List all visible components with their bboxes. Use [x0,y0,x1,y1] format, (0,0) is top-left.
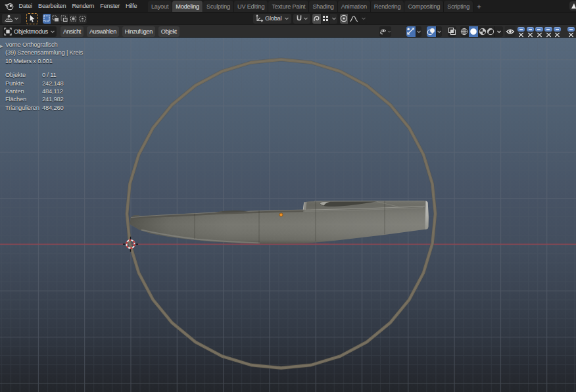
shading-solid-button[interactable] [469,26,478,37]
snap-toggle-button[interactable] [312,14,321,24]
shading-dropdown[interactable] [494,26,503,37]
show-overlays-toggle[interactable] [427,26,436,37]
statistics-overlay: Objekte0 / 11 Punkte242,148 Kanten484,11… [5,71,83,112]
gizmos-dropdown[interactable] [416,26,421,37]
mini-minimize-button[interactable] [527,27,535,32]
object-origin-point [279,213,283,216]
toolbar-expand-arrow[interactable]: ▸ [0,41,5,51]
wireframe-sphere-icon [460,28,468,36]
falloff-dropdown[interactable] [360,14,367,24]
snapping-dropdown[interactable] [293,14,310,24]
mini-minimize-button[interactable] [567,27,575,32]
gizmos-control [406,26,421,37]
menu-objekt[interactable]: Objekt [158,26,180,37]
mode-dropdown[interactable]: Objektmodus [3,26,57,37]
transform-orientation-dropdown[interactable]: Global [253,14,291,24]
x-close-icon[interactable] [527,32,533,37]
viewport-text-overlay: Vorne Orthografisch (39) Szenensammlung … [5,41,83,112]
tab-compositing[interactable]: Compositing [404,1,444,12]
chevron-down-icon [14,16,19,20]
select-subtract-icon [60,15,68,22]
mini-widget [535,26,544,38]
editor-type-selector[interactable] [2,14,21,24]
mini-minimize-button[interactable] [554,27,562,32]
proportional-editing-toggle[interactable] [340,14,348,24]
menu-ansicht[interactable]: Ansicht [60,26,84,37]
select-intersect-icon [79,15,86,22]
scale-label: 10 Meters x 0.001 [5,57,83,66]
solid-sphere-icon [469,28,477,36]
mode-value: Objektmodus [12,28,50,35]
shading-wireframe-button[interactable] [460,26,469,37]
select-invert-icon [70,15,77,22]
tab-texture-paint[interactable]: Texture Paint [268,1,309,12]
tab-animation[interactable]: Animation [338,1,371,12]
viewport-3d[interactable]: Vorne Orthografisch (39) Szenensammlung … [0,37,576,392]
shading-material-button[interactable] [478,26,487,37]
overlays-control [427,26,442,37]
show-gizmos-toggle[interactable] [406,26,416,37]
tab-scripting[interactable]: Scripting [444,1,473,12]
select-mode-intersect-button[interactable] [78,14,87,24]
falloff-type-button[interactable] [348,14,360,24]
overlays-dropdown[interactable] [436,26,442,37]
select-mode-subtract-button[interactable] [60,14,69,24]
blender-window: Datei Bearbeiten Rendern Fenster Hilfe L… [0,0,576,392]
x-close-icon[interactable] [554,32,560,37]
chevron-down-icon [416,30,421,34]
mini-widget [553,26,562,38]
shading-rendered-button[interactable] [487,26,494,37]
menu-datei[interactable]: Datei [16,2,35,10]
mini-widget [517,26,526,38]
menu-hinzufuegen[interactable]: Hinzufügen [122,26,155,37]
select-mode-extend-button[interactable] [51,14,60,24]
tab-layout[interactable]: Layout [148,1,172,12]
select-mode-invert-button[interactable] [69,14,78,24]
active-tool-select-box[interactable] [26,13,38,24]
mini-minimize-button[interactable] [544,27,552,32]
gizmo-icon [406,27,415,36]
chevron-down-icon [50,30,55,34]
x-close-icon[interactable] [518,32,524,37]
object-mode-icon [4,28,12,36]
select-set-icon [43,15,50,22]
proportional-edit-group [340,14,367,24]
snap-group [312,14,337,24]
stat-label: Flächen [5,95,42,103]
x-close-icon[interactable] [537,32,542,37]
eye-icon [506,28,515,35]
add-workspace-button[interactable]: + [473,1,484,12]
stat-value: 242,148 [42,80,64,87]
stat-value: 241,982 [42,95,64,103]
menu-rendern[interactable]: Rendern [69,2,97,10]
tab-rendering[interactable]: Rendering [371,1,405,12]
object-types-visibility-dropdown[interactable] [379,26,391,37]
tool-settings-bar: Global [0,12,576,24]
mini-minimize-button[interactable] [535,27,543,32]
tab-sculpting[interactable]: Sculpting [203,1,234,12]
menu-fenster[interactable]: Fenster [97,2,123,10]
visibility-eye-button[interactable] [505,26,516,37]
mini-widget [567,26,576,38]
mini-minimize-button[interactable] [517,27,525,32]
stat-value: 484,260 [42,104,64,112]
shading-mode-group [460,26,504,37]
snap-settings-dropdown[interactable] [330,14,337,24]
tab-uv-editing[interactable]: UV Editing [234,1,268,12]
menu-hilfe[interactable]: Hilfe [123,2,140,10]
xray-toggle[interactable] [448,26,456,37]
select-extend-icon [52,15,59,22]
select-mode-set-button[interactable] [43,14,51,24]
x-close-icon[interactable] [546,32,552,37]
blender-logo-icon[interactable] [5,2,14,11]
snap-target-button[interactable] [322,14,330,24]
tab-modeling[interactable]: Modeling [172,1,203,12]
tab-shading[interactable]: Shading [309,1,337,12]
x-close-icon[interactable] [568,32,574,37]
select-mode-group [43,14,87,24]
menu-auswaehlen[interactable]: Auswählen [87,26,119,37]
menu-bearbeiten[interactable]: Bearbeiten [35,2,68,10]
editor-3d-viewport-icon [4,14,14,22]
stat-label: Kanten [5,87,42,95]
window-corner-button[interactable] [569,1,576,11]
